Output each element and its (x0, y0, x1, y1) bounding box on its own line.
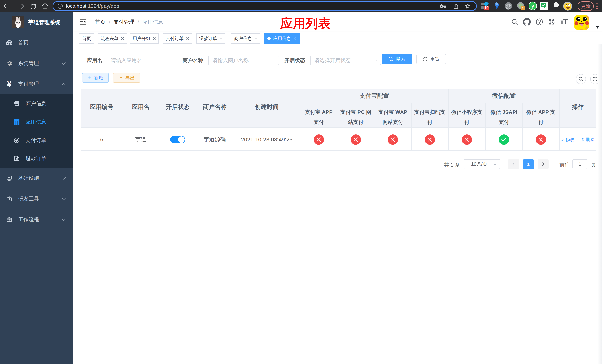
svg-text:y: y (531, 3, 534, 9)
svg-text:10: 10 (484, 6, 489, 10)
svg-text:1: 1 (522, 6, 524, 10)
